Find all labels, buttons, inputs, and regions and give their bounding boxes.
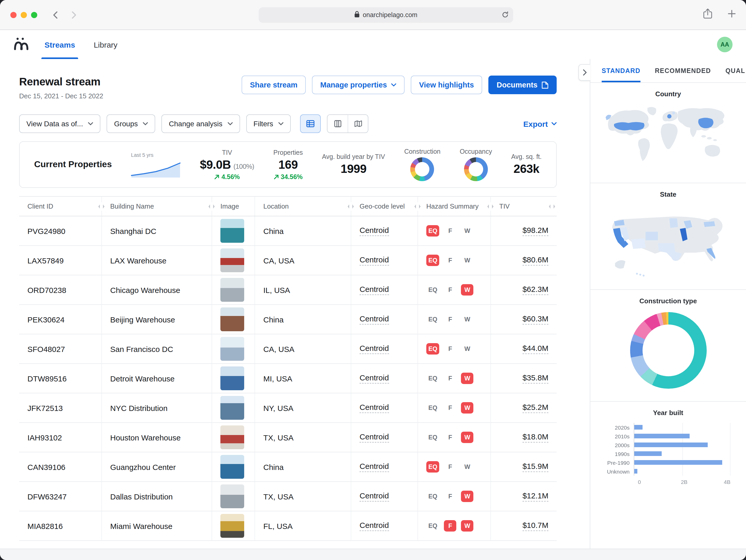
hazard-badge-eq[interactable]: EQ	[426, 520, 439, 532]
geocode-level[interactable]: Centroid	[360, 344, 389, 354]
tiv-value[interactable]: $35.8M	[522, 373, 548, 384]
table-row[interactable]: PVG24980 Shanghai DC China Centroid EQ F…	[19, 216, 557, 246]
hazard-badge-w[interactable]: W	[461, 343, 474, 355]
column-header-image[interactable]: Image	[211, 197, 255, 216]
tiv-value[interactable]: $98.2M	[522, 226, 548, 236]
hazard-badge-w[interactable]: W	[461, 314, 474, 325]
hazard-badge-eq[interactable]: EQ	[426, 491, 439, 502]
table-row[interactable]: JFK72513 NYC Distribution NY, USA Centro…	[19, 393, 557, 423]
new-tab-icon[interactable]	[728, 10, 736, 20]
table-view-button[interactable]	[300, 114, 321, 133]
view-data-as-of-dropdown[interactable]: View Data as of...	[19, 114, 101, 133]
address-bar[interactable]: onarchipelago.com	[259, 7, 513, 23]
hazard-badge-f[interactable]: F	[444, 373, 457, 384]
hazard-badge-f[interactable]: F	[444, 461, 457, 473]
tiv-value[interactable]: $80.6M	[522, 255, 548, 265]
change-analysis-dropdown[interactable]: Change analysis	[162, 114, 240, 133]
minimize-window-button[interactable]	[21, 12, 27, 18]
hazard-badge-eq[interactable]: EQ	[426, 432, 439, 443]
manage-properties-button[interactable]: Manage properties	[312, 76, 405, 94]
hazard-badge-w[interactable]: W	[461, 520, 474, 532]
hazard-badge-f[interactable]: F	[444, 520, 457, 532]
column-resize-handle[interactable]	[547, 202, 557, 211]
hazard-badge-eq[interactable]: EQ	[426, 461, 439, 473]
column-header-client-id[interactable]: Client ID	[19, 197, 102, 216]
geocode-level[interactable]: Centroid	[360, 432, 389, 443]
column-header-hazard[interactable]: Hazard Summary	[418, 197, 490, 216]
archipelago-logo[interactable]	[13, 37, 29, 52]
column-header-tiv[interactable]: TIV	[490, 197, 557, 216]
column-resize-handle[interactable]	[346, 202, 355, 211]
reload-icon[interactable]	[502, 11, 509, 20]
hazard-badge-eq[interactable]: EQ	[426, 255, 439, 266]
property-image[interactable]	[220, 455, 244, 479]
hazard-badge-f[interactable]: F	[444, 255, 457, 266]
column-resize-handle[interactable]	[207, 202, 216, 211]
table-row[interactable]: IAH93102 Houston Warehouse TX, USA Centr…	[19, 423, 557, 452]
hazard-badge-f[interactable]: F	[444, 343, 457, 355]
hazard-badge-w[interactable]: W	[461, 373, 474, 384]
hazard-badge-eq[interactable]: EQ	[426, 314, 439, 325]
avatar[interactable]: AA	[717, 37, 733, 52]
share-stream-button[interactable]: Share stream	[241, 76, 306, 94]
hazard-badge-eq[interactable]: EQ	[426, 402, 439, 414]
close-window-button[interactable]	[10, 12, 17, 18]
geocode-level[interactable]: Centroid	[360, 255, 389, 265]
hazard-badge-w[interactable]: W	[461, 255, 474, 266]
hazard-badge-w[interactable]: W	[461, 402, 474, 414]
panel-tab-quality[interactable]: QUAL	[725, 59, 745, 82]
table-row[interactable]: MIA82816 Miami Warehouse FL, USA Centroi…	[19, 511, 557, 541]
hazard-badge-eq[interactable]: EQ	[426, 343, 439, 355]
property-image[interactable]	[220, 425, 244, 449]
property-image[interactable]	[220, 219, 244, 243]
tiv-value[interactable]: $25.2M	[522, 403, 548, 413]
column-resize-handle[interactable]	[413, 202, 422, 211]
hazard-badge-f[interactable]: F	[444, 284, 457, 296]
geocode-level[interactable]: Centroid	[360, 373, 389, 384]
hazard-badge-eq[interactable]: EQ	[426, 225, 439, 236]
hazard-badge-f[interactable]: F	[444, 491, 457, 502]
filters-dropdown[interactable]: Filters	[246, 114, 291, 133]
groups-dropdown[interactable]: Groups	[107, 114, 155, 133]
column-resize-handle[interactable]	[486, 202, 495, 211]
share-icon[interactable]	[703, 8, 712, 21]
geocode-level[interactable]: Centroid	[360, 491, 389, 502]
tab-streams[interactable]: Streams	[45, 30, 75, 59]
hazard-badge-f[interactable]: F	[444, 225, 457, 236]
tiv-value[interactable]: $62.3M	[522, 285, 548, 295]
property-image[interactable]	[220, 366, 244, 390]
panel-tab-recommended[interactable]: RECOMMENDED	[655, 59, 711, 82]
panel-tab-standard[interactable]: STANDARD	[602, 59, 640, 82]
property-image[interactable]	[220, 248, 244, 272]
documents-button[interactable]: Documents	[488, 76, 557, 94]
table-row[interactable]: ORD70238 Chicago Warehouse IL, USA Centr…	[19, 275, 557, 305]
table-row[interactable]: DTW89516 Detroit Warehouse MI, USA Centr…	[19, 364, 557, 393]
tiv-value[interactable]: $18.0M	[522, 432, 548, 443]
property-image[interactable]	[220, 337, 244, 361]
tiv-value[interactable]: $60.3M	[522, 314, 548, 325]
tiv-value[interactable]: $15.9M	[522, 462, 548, 472]
table-row[interactable]: CAN39106 Guangzhou Center China Centroid…	[19, 452, 557, 482]
table-row[interactable]: LAX57849 LAX Warehouse CA, USA Centroid …	[19, 246, 557, 275]
property-image[interactable]	[220, 484, 244, 508]
hazard-badge-eq[interactable]: EQ	[426, 284, 439, 296]
geocode-level[interactable]: Centroid	[360, 521, 389, 531]
forward-icon[interactable]	[71, 10, 77, 19]
property-image[interactable]	[220, 278, 244, 302]
property-image[interactable]	[220, 514, 244, 538]
hazard-badge-w[interactable]: W	[461, 225, 474, 236]
geocode-level[interactable]: Centroid	[360, 314, 389, 325]
hazard-badge-w[interactable]: W	[461, 284, 474, 296]
geocode-level[interactable]: Centroid	[360, 226, 389, 236]
tab-library[interactable]: Library	[94, 30, 117, 59]
hazard-badge-f[interactable]: F	[444, 314, 457, 325]
column-header-location[interactable]: Location	[255, 197, 351, 216]
property-image[interactable]	[220, 396, 244, 420]
geocode-level[interactable]: Centroid	[360, 462, 389, 472]
column-view-button[interactable]	[327, 115, 348, 133]
hazard-badge-w[interactable]: W	[461, 432, 474, 443]
column-header-building-name[interactable]: Building Name	[102, 197, 211, 216]
hazard-badge-f[interactable]: F	[444, 432, 457, 443]
export-dropdown[interactable]: Export	[523, 119, 557, 128]
hazard-badge-f[interactable]: F	[444, 402, 457, 414]
